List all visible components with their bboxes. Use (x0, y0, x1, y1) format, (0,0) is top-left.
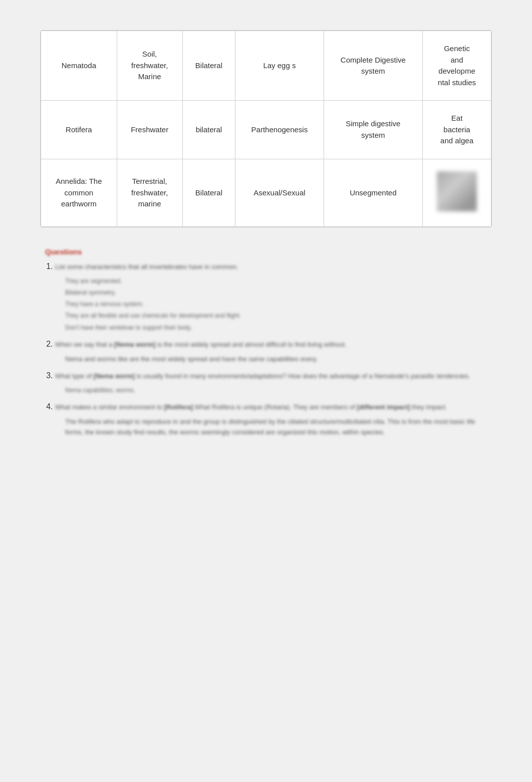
answer-paragraph: Nema and worms like are the most widely … (65, 354, 487, 365)
list-item: When we say that a [Nema worm] is the mo… (55, 340, 487, 365)
question-2-answers: Nema and worms like are the most widely … (55, 354, 487, 365)
question-2-text: When we say that a [Nema worm] is the mo… (55, 340, 487, 350)
cell-annelida-habitat: Terrestrial, freshwater, marine (117, 159, 182, 227)
cell-nematoda-name: Nematoda (41, 31, 117, 101)
list-item: What makes a similar environment to [Rot… (55, 402, 487, 437)
cell-nematoda-importance: Genetic and developme ntal studies (423, 31, 491, 101)
answer-line: They have a nervous system. (65, 300, 487, 309)
cell-rotifera-reproduction: Parthenogenesis (235, 101, 324, 159)
answer-paragraph: The Rotifera who adapt to reproduce in a… (65, 417, 487, 438)
list-item: What type of [Nema worm] is usually foun… (55, 371, 487, 395)
cell-rotifera-digestion: Simple digestive system (324, 101, 423, 159)
table-row: Nematoda Soil, freshwater, Marine Bilate… (41, 31, 491, 101)
answer-line: Bilateral symmetry. (65, 288, 487, 298)
list-item: List some characteristics that all inver… (55, 262, 487, 333)
cell-annelida-importance (423, 159, 491, 227)
cell-rotifera-symmetry: bilateral (182, 101, 235, 159)
cell-rotifera-importance: Eat bacteria and algea (423, 101, 491, 159)
answer-line: They are segmented. (65, 277, 487, 286)
blurred-image (437, 171, 477, 211)
answer-line: They are all flexible and use chemicals … (65, 311, 487, 321)
cell-annelida-digestion: Unsegmented (324, 159, 423, 227)
question-3-text: What type of [Nema worm] is usually foun… (55, 371, 487, 382)
cell-annelida-reproduction: Asexual/Sexual (235, 159, 324, 227)
question-3-answers: Nema capabilities, worms. (55, 386, 487, 395)
question-4-answers: The Rotifera who adapt to reproduce in a… (55, 417, 487, 438)
table-row: Annelida: The common earthworm Terrestri… (41, 159, 491, 227)
answer-line: Don't have their vertebrae to support th… (65, 323, 487, 333)
table-row: Rotifera Freshwater bilateral Parthenoge… (41, 101, 491, 159)
question-1-answers: They are segmented. Bilateral symmetry. … (55, 277, 487, 333)
cell-annelida-symmetry: Bilateral (182, 159, 235, 227)
biology-table: Nematoda Soil, freshwater, Marine Bilate… (40, 30, 492, 227)
questions-section: Questions List some characteristics that… (40, 247, 492, 438)
question-1-text: List some characteristics that all inver… (55, 262, 487, 273)
answer-line: Nema capabilities, worms. (65, 386, 487, 395)
cell-nematoda-digestion: Complete Digestive system (324, 31, 423, 101)
cell-annelida-name: Annelida: The common earthworm (41, 159, 117, 227)
question-4-text: What makes a similar environment to [Rot… (55, 402, 487, 413)
cell-nematoda-symmetry: Bilateral (182, 31, 235, 101)
questions-list: List some characteristics that all inver… (45, 262, 487, 438)
cell-nematoda-reproduction: Lay egg s (235, 31, 324, 101)
cell-rotifera-name: Rotifera (41, 101, 117, 159)
questions-title: Questions (45, 247, 487, 256)
cell-rotifera-habitat: Freshwater (117, 101, 182, 159)
cell-nematoda-habitat: Soil, freshwater, Marine (117, 31, 182, 101)
